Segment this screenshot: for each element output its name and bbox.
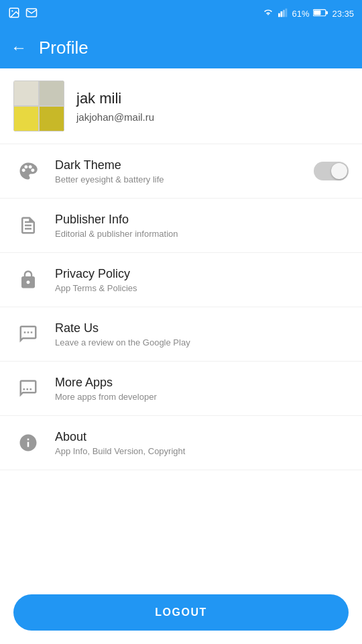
status-bar-right: 61% 23:35	[262, 8, 354, 19]
gmail-icon	[25, 7, 38, 21]
document-icon	[13, 211, 43, 240]
svg-rect-5	[283, 9, 285, 16]
dark-theme-text: Dark Theme Better eyesight & battery lif…	[55, 158, 314, 184]
profile-info: jak mili jakjohan@mail.ru	[76, 90, 154, 123]
wifi-icon	[262, 8, 274, 19]
menu-item-more-apps[interactable]: More Apps More apps from developer	[0, 362, 362, 416]
menu-item-publisher-info[interactable]: Publisher Info Editorial & publisher inf…	[0, 199, 362, 253]
dark-theme-title: Dark Theme	[55, 158, 314, 172]
toggle-knob	[331, 163, 347, 179]
avatar	[13, 80, 64, 131]
publisher-info-title: Publisher Info	[55, 213, 349, 227]
about-title: About	[55, 430, 349, 444]
rate-us-title: Rate Us	[55, 321, 349, 335]
more-apps-title: More Apps	[55, 376, 349, 390]
menu-item-privacy-policy[interactable]: Privacy Policy App Terms & Policies	[0, 253, 362, 307]
info-icon	[13, 428, 43, 458]
back-button[interactable]: ←	[11, 38, 27, 57]
battery-icon	[313, 9, 328, 19]
gallery-icon	[8, 7, 20, 21]
privacy-policy-subtitle: App Terms & Policies	[55, 283, 349, 293]
dark-theme-subtitle: Better eyesight & battery life	[55, 174, 314, 184]
profile-email: jakjohan@mail.ru	[76, 111, 154, 123]
svg-rect-6	[286, 8, 288, 17]
svg-rect-4	[281, 11, 283, 16]
more-apps-text: More Apps More apps from developer	[55, 376, 349, 402]
profile-name: jak mili	[76, 90, 154, 107]
more-apps-subtitle: More apps from developer	[55, 392, 349, 402]
rate-us-text: Rate Us Leave a review on the Google Pla…	[55, 321, 349, 347]
logout-section: LOGOUT	[0, 586, 362, 644]
dark-theme-toggle[interactable]	[314, 162, 349, 180]
more-apps-icon	[13, 374, 43, 403]
logout-button[interactable]: LOGOUT	[13, 594, 349, 631]
menu-item-rate-us[interactable]: Rate Us Leave a review on the Google Pla…	[0, 307, 362, 362]
svg-point-1	[11, 10, 13, 11]
profile-section: jak mili jakjohan@mail.ru	[0, 68, 362, 144]
menu-item-about[interactable]: About App Info, Build Version, Copyright	[0, 416, 362, 470]
publisher-info-text: Publisher Info Editorial & publisher inf…	[55, 213, 349, 239]
status-bar-left	[8, 7, 38, 21]
menu-item-dark-theme[interactable]: Dark Theme Better eyesight & battery lif…	[0, 144, 362, 199]
status-bar: 61% 23:35	[0, 0, 362, 27]
time-display: 23:35	[332, 9, 354, 19]
svg-rect-3	[278, 13, 280, 17]
svg-rect-9	[314, 10, 321, 15]
menu-list: Dark Theme Better eyesight & battery lif…	[0, 144, 362, 470]
signal-icon	[278, 8, 288, 19]
svg-rect-8	[326, 11, 328, 14]
publisher-info-subtitle: Editorial & publisher information	[55, 229, 349, 239]
top-bar: ← Profile	[0, 27, 362, 68]
about-subtitle: App Info, Build Version, Copyright	[55, 446, 349, 456]
palette-icon	[13, 156, 43, 186]
battery-percentage: 61%	[292, 9, 309, 19]
rate-us-subtitle: Leave a review on the Google Play	[55, 337, 349, 347]
lock-icon	[13, 265, 43, 294]
privacy-policy-text: Privacy Policy App Terms & Policies	[55, 267, 349, 293]
rate-icon	[13, 319, 43, 349]
privacy-policy-title: Privacy Policy	[55, 267, 349, 281]
about-text: About App Info, Build Version, Copyright	[55, 430, 349, 456]
page-title: Profile	[39, 38, 88, 58]
